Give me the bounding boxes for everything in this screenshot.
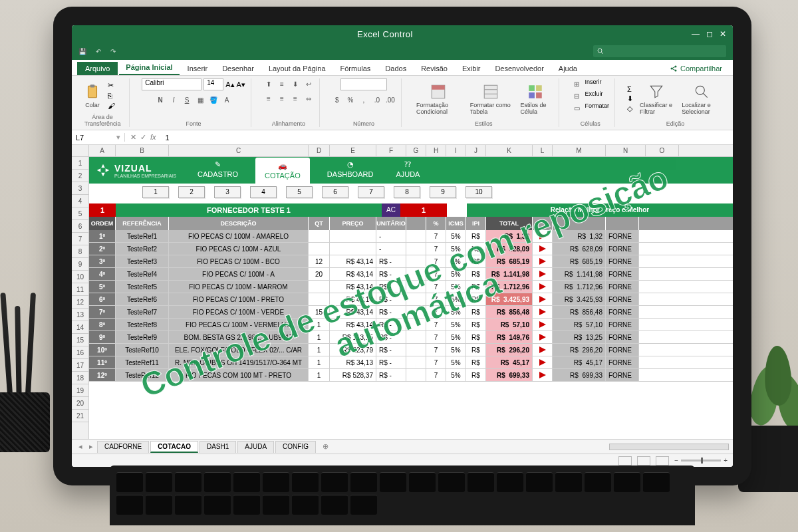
row-header[interactable]: 8 xyxy=(72,245,88,258)
supplier-btn-6[interactable]: 6 xyxy=(322,186,348,198)
ribbon-tab-4[interactable]: Fórmulas xyxy=(334,62,378,75)
window-close-icon[interactable]: ✕ xyxy=(720,29,726,39)
col-header[interactable]: G xyxy=(406,145,426,156)
row-header[interactable]: 7 xyxy=(72,233,88,245)
ribbon-tab-8[interactable]: Desenvolvedor xyxy=(488,62,550,75)
row-header[interactable]: 16 xyxy=(72,346,88,359)
horizontal-scrollbar[interactable] xyxy=(609,444,729,450)
row-header[interactable]: 11 xyxy=(72,283,88,296)
table-row[interactable]: 10ºTesteRef10ELE. FOX/GOLF/POLO - FLEX 0… xyxy=(89,344,733,356)
accept-formula-icon[interactable]: ✓ xyxy=(140,133,146,142)
col-header[interactable]: D xyxy=(309,145,330,156)
table-row[interactable]: 12ºTesteRef12FIO PECAS COM 100 MT - PRET… xyxy=(89,369,733,382)
row-header[interactable]: 14 xyxy=(72,321,88,334)
col-header[interactable]: A xyxy=(89,145,116,156)
view-normal-icon[interactable] xyxy=(618,456,632,466)
row-header[interactable]: 2 xyxy=(72,170,88,182)
format-table-button[interactable]: Formatar como Tabela xyxy=(467,82,514,116)
name-box[interactable]: L7▾ xyxy=(72,133,125,142)
sheet-tab-config[interactable]: CONFIG xyxy=(275,441,316,453)
row-header[interactable]: 10 xyxy=(72,271,88,283)
dec-decimal-icon[interactable]: .00 xyxy=(385,94,396,105)
row-header[interactable]: 3 xyxy=(72,182,88,195)
supplier-btn-9[interactable]: 9 xyxy=(430,186,456,198)
underline-button[interactable]: S xyxy=(182,94,192,105)
align-right-icon[interactable]: ≡ xyxy=(290,93,301,104)
autosum-icon[interactable]: Σ xyxy=(627,85,633,93)
paste-button[interactable]: Colar xyxy=(81,82,104,110)
bold-button[interactable]: N xyxy=(155,94,166,105)
font-name-select[interactable]: Calibri xyxy=(142,78,201,90)
align-center-icon[interactable]: ≡ xyxy=(277,93,287,104)
find-select-button[interactable]: Localizar e Selecionar xyxy=(679,82,724,116)
supplier-btn-8[interactable]: 8 xyxy=(394,186,420,198)
spreadsheet-grid[interactable]: ABCDEFGHIJKLMNO 123456789101112131415161… xyxy=(72,145,733,439)
clear-icon[interactable]: ◇ xyxy=(627,104,633,113)
add-sheet-icon[interactable]: ⊕ xyxy=(317,442,334,451)
tab-file[interactable]: Arquivo xyxy=(77,62,118,75)
col-header[interactable]: K xyxy=(486,145,533,156)
supplier-btn-4[interactable]: 4 xyxy=(250,186,277,198)
italic-button[interactable]: I xyxy=(168,94,179,105)
font-color-button[interactable]: A xyxy=(221,94,232,105)
border-button[interactable]: ▦ xyxy=(195,94,205,105)
cell-styles-button[interactable]: Estilos de Célula xyxy=(517,82,553,116)
align-left-icon[interactable]: ≡ xyxy=(263,93,274,104)
fx-icon[interactable]: fx xyxy=(150,133,156,142)
col-header[interactable]: N xyxy=(606,145,646,156)
table-row[interactable]: 3ºTesteRef3FIO PECAS C/ 100M - BCO12R$ 4… xyxy=(89,255,733,268)
col-header[interactable]: M xyxy=(553,145,606,156)
ribbon-tab-3[interactable]: Layout da Página xyxy=(262,62,332,75)
view-break-icon[interactable] xyxy=(656,456,669,466)
row-header[interactable]: 15 xyxy=(72,334,88,346)
col-header[interactable]: E xyxy=(330,145,376,156)
col-header[interactable]: H xyxy=(426,145,446,156)
sheet-tab-dash1[interactable]: DASH1 xyxy=(200,441,236,453)
table-row[interactable]: 2ºTesteRef2FIO PECAS C/ 100M - AZUL -75%… xyxy=(89,243,733,255)
col-header[interactable]: B xyxy=(116,145,169,156)
row-header[interactable]: 21 xyxy=(72,410,88,422)
align-top-icon[interactable]: ⬆ xyxy=(263,78,274,89)
number-format-select[interactable] xyxy=(340,78,387,90)
wrap-text-icon[interactable]: ↩ xyxy=(303,78,314,89)
col-header[interactable]: L xyxy=(533,145,553,156)
insert-cells-button[interactable]: ⊞ xyxy=(571,78,582,89)
ribbon-tab-1[interactable]: Inserir xyxy=(181,62,215,75)
percent-icon[interactable]: % xyxy=(345,94,356,105)
row-header[interactable]: 19 xyxy=(72,384,88,397)
cancel-formula-icon[interactable]: ✕ xyxy=(130,133,136,142)
search-input[interactable] xyxy=(593,45,726,57)
ribbon-tab-9[interactable]: Ajuda xyxy=(552,62,584,75)
table-row[interactable]: 9ºTesteRef9BOM. BESTA GS 2.7 98/... - UB… xyxy=(89,331,733,344)
merge-icon[interactable]: ⇔ xyxy=(303,93,314,104)
view-layout-icon[interactable] xyxy=(637,456,650,466)
decrease-font-icon[interactable]: A▾ xyxy=(237,80,245,89)
sheet-nav-next-icon[interactable]: ▸ xyxy=(86,442,96,451)
supplier-btn-3[interactable]: 3 xyxy=(214,186,241,198)
sheet-nav-prev-icon[interactable]: ◂ xyxy=(76,442,85,451)
comma-icon[interactable]: , xyxy=(358,94,369,105)
table-row[interactable]: 1ºTesteRef1FIO PECAS C/ 100M - AMARELO -… xyxy=(89,230,733,243)
ribbon-tab-0[interactable]: Página Inicial xyxy=(119,61,179,75)
currency-icon[interactable]: $ xyxy=(332,94,342,105)
supplier-btn-10[interactable]: 10 xyxy=(466,186,492,198)
supplier-btn-7[interactable]: 7 xyxy=(358,186,384,198)
copy-icon[interactable]: ⎘ xyxy=(108,92,115,100)
qa-save-icon[interactable]: 💾 xyxy=(78,48,86,55)
nav-tab-dashboard[interactable]: ◔DASHBOARD xyxy=(322,158,379,184)
format-painter-icon[interactable]: 🖌 xyxy=(108,102,115,110)
col-header[interactable]: C xyxy=(169,145,309,156)
row-header[interactable]: 20 xyxy=(72,397,88,410)
table-row[interactable]: 8ºTesteRef8FIO PECAS C/ 100M - VERMELHO1… xyxy=(89,319,733,331)
sheet-tab-cotacao[interactable]: COTACAO xyxy=(150,441,198,453)
cond-format-button[interactable]: Formatação Condicional xyxy=(414,82,464,116)
qa-undo-icon[interactable]: ↶ xyxy=(96,48,101,55)
increase-font-icon[interactable]: A▴ xyxy=(225,80,234,89)
supplier-btn-5[interactable]: 5 xyxy=(286,186,313,198)
row-header[interactable]: 6 xyxy=(72,220,88,233)
inc-decimal-icon[interactable]: .0 xyxy=(372,94,382,105)
row-header[interactable]: 4 xyxy=(72,195,88,207)
zoom-slider[interactable] xyxy=(681,460,721,462)
nav-tab-ajuda[interactable]: ⁇AJUDA xyxy=(390,158,425,184)
row-header[interactable]: 9 xyxy=(72,258,88,271)
